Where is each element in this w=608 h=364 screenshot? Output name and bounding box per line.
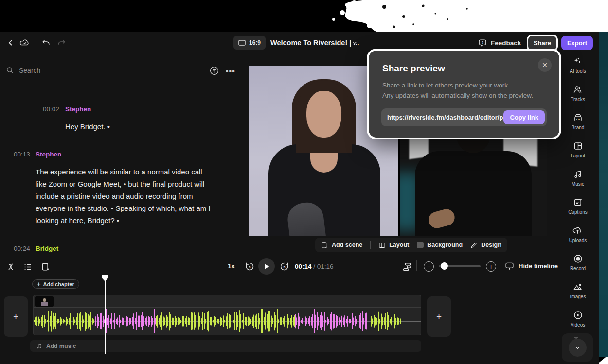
sidebar-item-uploads[interactable]: Uploads (569, 225, 587, 243)
back-button[interactable] (7, 39, 15, 47)
export-button[interactable]: Export (561, 36, 593, 50)
svg-text:?: ? (482, 40, 484, 45)
popup-description-line1: Share a link to let others preview your … (382, 82, 510, 89)
project-title[interactable]: Welcome To Riverside! | ... (270, 39, 359, 47)
feedback-label: Feedback (491, 39, 521, 47)
share-button[interactable]: Share (528, 36, 556, 50)
split-clip-button[interactable] (6, 262, 16, 274)
sidebar-item-ai-tools[interactable]: AI tools (570, 56, 586, 74)
timeline-track-group[interactable] (33, 295, 421, 335)
svg-text:5: 5 (284, 265, 286, 269)
video-track[interactable] (34, 295, 421, 308)
timecode: 00:14 / 01:16 (295, 263, 334, 270)
search-icon (6, 66, 14, 74)
zoom-in-button[interactable]: + (486, 261, 496, 272)
add-track-left-button[interactable]: + (4, 296, 28, 337)
frame-icon (238, 40, 246, 46)
popup-description-line2: Any updates will automatically show on t… (382, 92, 533, 99)
sidebar-item-images[interactable]: Images (570, 282, 586, 299)
design-button[interactable]: Design (470, 242, 501, 249)
sidebar-item-brand[interactable]: co Brand (572, 113, 585, 130)
captions-icon (573, 197, 583, 208)
aspect-ratio-label: 16:9 (249, 39, 261, 46)
sidebar-item-music[interactable]: Music (572, 169, 584, 187)
skip-forward-5-button[interactable]: 5 (279, 261, 289, 274)
search-input[interactable]: Search (6, 66, 40, 74)
svg-text:5: 5 (249, 265, 251, 269)
feedback-question-icon: ? (478, 38, 487, 47)
clip-list-button[interactable] (23, 262, 33, 274)
playhead[interactable] (105, 277, 106, 354)
music-notes-icon (573, 169, 583, 179)
svg-text:co: co (576, 117, 579, 121)
add-scene-button[interactable]: Add scene (321, 242, 362, 249)
zoom-out-button[interactable]: − (424, 261, 434, 272)
undo-button[interactable] (41, 38, 51, 48)
popup-title: Share preview (382, 63, 445, 74)
sidebar-item-videos[interactable]: Videos (571, 310, 585, 328)
sidebar-scroll-down-button[interactable] (569, 339, 587, 357)
image-mountain-icon (572, 282, 583, 292)
close-icon[interactable]: ✕ (538, 58, 552, 72)
cloud-upload-icon (572, 225, 583, 236)
share-label: Share (534, 39, 551, 47)
transcript-speaker[interactable]: Bridget (36, 245, 58, 252)
plus-icon: + (37, 280, 41, 288)
video-thumbnail (35, 296, 54, 307)
background-page-strip (599, 32, 608, 357)
add-track-right-button[interactable]: + (427, 296, 451, 337)
aspect-ratio-button[interactable]: 16:9 (233, 36, 266, 50)
add-clip-button[interactable] (41, 262, 51, 274)
copy-link-button[interactable]: Copy link (503, 110, 545, 124)
transcript-speaker[interactable]: Stephen (65, 105, 91, 113)
sidebar-item-layout[interactable]: Layout (571, 141, 585, 158)
more-options-icon[interactable]: ••• (226, 67, 235, 76)
layout-icon (378, 242, 386, 249)
redo-button[interactable] (57, 38, 66, 48)
share-url-field[interactable]: https://riverside.fm/dashboard/editor/pr… (381, 108, 547, 126)
add-music-row[interactable]: Add music (30, 340, 421, 352)
layout-split-icon (573, 141, 583, 151)
time-separator: / (312, 263, 317, 270)
feedback-button[interactable]: ? Feedback (478, 38, 521, 47)
add-scene-icon (321, 242, 328, 249)
playback-speed-button[interactable]: 1x (228, 262, 235, 270)
export-label: Export (567, 39, 587, 47)
layout-button[interactable]: Layout (378, 242, 409, 249)
time-total: 01:16 (317, 263, 334, 270)
people-icon (572, 85, 583, 95)
transcript-time: 00:02 (43, 105, 59, 113)
background-button[interactable]: Background (417, 242, 463, 248)
audio-track[interactable] (34, 308, 421, 335)
transcript-text[interactable]: Hey Bridget. • (65, 121, 226, 133)
chevron-down-icon (574, 344, 581, 351)
transcript-text[interactable]: The experience will be similar to a norm… (36, 166, 214, 226)
music-note-icon (36, 343, 42, 349)
hide-timeline-button[interactable]: Hide timeline (505, 262, 558, 270)
tracks-view-button[interactable] (402, 261, 412, 275)
share-preview-popup: Share preview ✕ Share a link to let othe… (369, 51, 559, 138)
video-play-icon (573, 310, 583, 320)
brand-badge-icon: co (573, 113, 583, 123)
ai-sparkles-icon (572, 56, 583, 67)
waveform-canvas[interactable] (34, 308, 421, 335)
title-chevron-down-icon[interactable] (351, 39, 358, 48)
zoom-slider-knob[interactable] (441, 262, 448, 270)
tools-sidebar: AI tools Tracks co Brand Layout Music Ca… (563, 56, 593, 328)
design-pen-icon (470, 242, 478, 249)
preview-action-bar: Add scene Layout Background Design (315, 238, 507, 252)
sidebar-item-captions[interactable]: Captions (568, 197, 587, 215)
add-chapter-button[interactable]: + Add chapter (32, 279, 79, 289)
share-url-text: https://riverside.fm/dashboard/editor/pr… (381, 114, 511, 121)
play-button[interactable] (258, 258, 275, 275)
record-icon (573, 254, 583, 264)
monitor-icon (505, 262, 514, 270)
sidebar-item-tracks[interactable]: Tracks (571, 85, 585, 102)
cloud-sync-icon (19, 37, 30, 48)
topbar-divider (35, 38, 35, 47)
transcript-time: 00:13 (14, 151, 30, 158)
transcript-speaker[interactable]: Stephen (36, 151, 61, 158)
sidebar-item-record[interactable]: Record (570, 254, 586, 271)
skip-back-5-button[interactable]: 5 (245, 261, 255, 274)
filter-icon[interactable] (209, 66, 219, 78)
